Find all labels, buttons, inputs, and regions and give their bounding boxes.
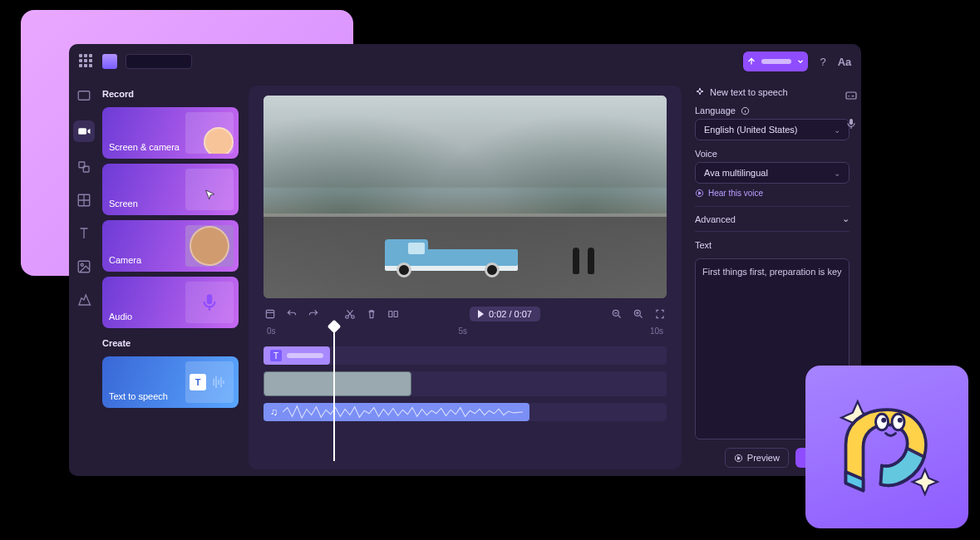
screen-camera-preview xyxy=(185,112,234,154)
language-value: English (United States) xyxy=(704,125,798,135)
ruler-tick: 5s xyxy=(458,326,467,341)
split-icon[interactable] xyxy=(387,307,400,321)
card-label: Camera xyxy=(109,255,141,265)
audio-preview xyxy=(185,282,234,323)
voice-label: Voice xyxy=(695,149,849,159)
play-circle-icon xyxy=(734,454,743,463)
text-track[interactable]: T xyxy=(263,346,667,365)
upload-icon xyxy=(746,56,756,66)
text-label: Text xyxy=(695,240,849,250)
svg-point-21 xyxy=(892,414,904,430)
fit-icon[interactable] xyxy=(653,307,667,321)
ruler-tick: 0s xyxy=(267,326,276,341)
media-tab-icon[interactable] xyxy=(76,87,92,104)
time-display: 0:02 / 0:07 xyxy=(489,309,532,319)
text-icon: T xyxy=(190,374,206,390)
panel-header: New text to speech xyxy=(695,87,849,97)
voice-value: Ava multilingual xyxy=(704,168,768,178)
editor-area: 0:02 / 0:07 0s 5s 10s T xyxy=(249,86,682,469)
info-icon[interactable] xyxy=(741,106,750,115)
timeline-ruler[interactable]: 0s 5s 10s xyxy=(263,326,667,341)
record-screen-camera-card[interactable]: Screen & camera xyxy=(102,107,239,159)
text-clip-icon: T xyxy=(270,350,282,361)
record-tab-icon[interactable] xyxy=(73,120,95,142)
people-graphic xyxy=(573,248,594,274)
svg-point-22 xyxy=(881,418,886,423)
chevron-down-icon xyxy=(796,57,805,66)
svg-point-23 xyxy=(898,418,903,423)
waveform-icon xyxy=(283,405,523,420)
mascot-decorative-card xyxy=(805,366,968,528)
svg-rect-5 xyxy=(78,261,90,272)
text-clip[interactable]: T xyxy=(263,346,330,365)
hear-voice-link[interactable]: Hear this voice xyxy=(695,189,849,198)
video-clip[interactable] xyxy=(263,371,411,396)
layout-tab-icon[interactable] xyxy=(76,192,92,209)
record-heading: Record xyxy=(102,89,239,99)
microphone-icon xyxy=(199,292,220,313)
cursor-icon xyxy=(204,189,217,202)
app-logo-icon[interactable] xyxy=(102,54,117,69)
play-icon xyxy=(478,310,484,318)
video-preview[interactable] xyxy=(263,96,667,298)
svg-point-20 xyxy=(876,414,889,430)
ruler-tick: 10s xyxy=(650,326,663,341)
waveform-icon xyxy=(209,374,229,390)
edit-icon[interactable] xyxy=(263,307,277,321)
music-note-icon: ♫ xyxy=(270,406,278,418)
video-editor-window: ? Aa xyxy=(69,44,861,476)
zoom-out-icon[interactable] xyxy=(610,307,623,321)
mascot-illustration xyxy=(825,385,949,509)
templates-tab-icon[interactable] xyxy=(76,159,92,175)
audio-track[interactable]: ♫ xyxy=(263,403,667,421)
record-camera-card[interactable]: Camera xyxy=(102,220,239,272)
svg-rect-12 xyxy=(394,312,397,317)
svg-rect-15 xyxy=(846,92,856,99)
record-audio-card[interactable]: Audio xyxy=(102,277,239,328)
delete-icon[interactable] xyxy=(365,307,378,321)
advanced-label: Advanced xyxy=(695,214,736,224)
camera-preview xyxy=(185,225,234,267)
sparkle-icon xyxy=(695,87,705,97)
create-heading: Create xyxy=(102,338,239,348)
svg-rect-7 xyxy=(207,294,213,304)
chevron-down-icon: ⌄ xyxy=(842,214,849,224)
typography-icon[interactable]: Aa xyxy=(838,55,851,68)
timeline-tracks[interactable]: T ♫ xyxy=(263,341,667,458)
record-screen-card[interactable]: Screen xyxy=(102,164,239,215)
cut-icon[interactable] xyxy=(343,307,357,321)
record-side-panel: Record Screen & camera Screen Camera Aud… xyxy=(99,79,249,476)
voice-select[interactable]: Ava multilingual ⌄ xyxy=(695,162,849,184)
help-icon[interactable]: ? xyxy=(816,55,830,68)
text-to-speech-card[interactable]: Text to speech T xyxy=(102,356,239,408)
language-select[interactable]: English (United States) ⌄ xyxy=(695,119,849,140)
play-circle-icon xyxy=(695,189,704,198)
svg-point-6 xyxy=(81,263,83,266)
voice-icon[interactable] xyxy=(845,117,858,130)
zoom-in-icon[interactable] xyxy=(632,307,645,321)
text-tab-icon[interactable] xyxy=(76,225,92,242)
advanced-toggle[interactable]: Advanced ⌄ xyxy=(695,206,849,232)
preview-button[interactable]: Preview xyxy=(725,448,789,468)
redo-icon[interactable] xyxy=(307,307,320,321)
playhead[interactable] xyxy=(333,326,335,461)
image-tab-icon[interactable] xyxy=(76,258,92,275)
effects-tab-icon[interactable] xyxy=(76,292,92,308)
project-name-field[interactable] xyxy=(126,54,192,69)
captions-icon[interactable] xyxy=(845,89,858,102)
card-label: Screen xyxy=(109,199,138,209)
truck-graphic xyxy=(385,228,526,274)
left-tool-rail xyxy=(69,79,99,476)
export-button[interactable] xyxy=(743,52,808,71)
card-label: Text to speech xyxy=(109,391,168,401)
app-launcher-icon[interactable] xyxy=(79,54,94,69)
audio-clip[interactable]: ♫ xyxy=(263,403,529,421)
chevron-down-icon: ⌄ xyxy=(834,169,840,178)
undo-icon[interactable] xyxy=(285,307,298,321)
video-track[interactable] xyxy=(263,371,667,396)
language-label: Language xyxy=(695,106,849,115)
play-button[interactable]: 0:02 / 0:07 xyxy=(470,307,540,322)
svg-rect-11 xyxy=(389,312,392,317)
svg-rect-0 xyxy=(78,91,90,101)
card-label: Screen & camera xyxy=(109,142,180,152)
